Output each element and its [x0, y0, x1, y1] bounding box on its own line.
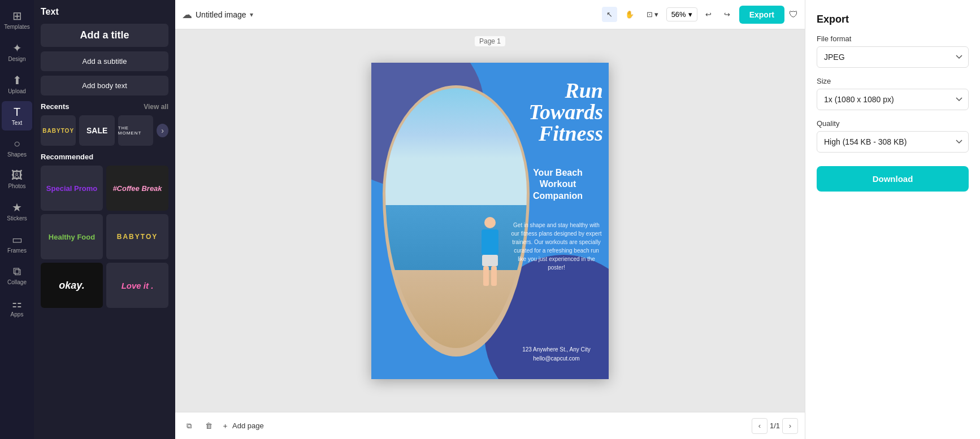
undo-icon: ↩	[705, 10, 712, 19]
bottom-toolbar: ⧉ 🗑 ＋ Add page ‹ 1/1 ›	[175, 412, 805, 439]
next-page-button[interactable]: ›	[782, 418, 798, 434]
download-button[interactable]: Download	[817, 166, 969, 192]
rec-healthy-food[interactable]: Healthy Food	[41, 214, 103, 259]
shield-icon: 🛡	[789, 10, 798, 20]
file-format-field: File format JPEG PNG PDF MP4 GIF	[817, 34, 969, 68]
zoom-dropdown-arrow: ▾	[688, 10, 692, 19]
canvas-document[interactable]: Run Towards Fitness Your BeachWorkoutCom…	[371, 63, 609, 379]
panel-title: Text	[41, 7, 168, 17]
export-panel: Export File format JPEG PNG PDF MP4 GIF …	[805, 0, 980, 439]
cursor-icon: ↖	[606, 10, 613, 19]
topbar-center: ↖ ✋ ⊡ ▾ 56% ▾ ↩ ↪	[602, 7, 735, 22]
add-title-button[interactable]: Add a title	[41, 24, 168, 47]
recent-moment[interactable]: THE MOMENT	[118, 115, 153, 146]
address-line: 123 Anywhere St., Any City	[510, 345, 603, 354]
canvas-workout-title: Your BeachWorkoutCompanion	[513, 167, 603, 202]
hand-tool-button[interactable]: ✋	[621, 7, 639, 22]
recents-more-button[interactable]: ›	[157, 124, 168, 137]
runner-leg-right	[491, 266, 497, 286]
hand-icon: ✋	[625, 10, 634, 19]
add-subtitle-button[interactable]: Add a subtitle	[41, 51, 168, 71]
add-body-button[interactable]: Add body text	[41, 76, 168, 95]
sidebar-item-frames[interactable]: ▭ Frames	[2, 228, 32, 258]
redo-icon: ↪	[724, 10, 730, 19]
title-towards: Towards	[515, 101, 603, 123]
rec-loveit[interactable]: Love it .	[106, 263, 168, 308]
delete-icon: 🗑	[205, 421, 213, 430]
runner-shorts	[482, 255, 498, 266]
text-icon: T	[14, 106, 20, 119]
recommended-header: Recommended	[41, 153, 168, 161]
recent-babytoy[interactable]: BABYTOY	[41, 115, 76, 146]
delete-page-button[interactable]: 🗑	[201, 418, 217, 433]
sidebar-icons: ⊞ Templates ✦ Design ⬆ Upload T Text ○ S…	[0, 0, 34, 439]
recommended-grid: Special Promo #Coffee Break Healthy Food…	[41, 166, 168, 308]
topbar-right: Export 🛡	[739, 6, 798, 24]
apps-icon: ⚏	[12, 297, 22, 310]
sidebar-item-collage[interactable]: ⧉ Collage	[2, 260, 32, 290]
sidebar-item-stickers[interactable]: ★ Stickers	[2, 196, 32, 226]
quality-field: Quality High (154 KB - 308 KB) Medium (7…	[817, 119, 969, 153]
design-icon: ✦	[12, 41, 22, 55]
view-all-link[interactable]: View all	[144, 103, 168, 111]
canvas-area[interactable]: Page 1 Run Towa	[175, 29, 805, 412]
rec-coffee-break[interactable]: #Coffee Break	[106, 166, 168, 211]
redo-button[interactable]: ↪	[719, 7, 735, 22]
export-title: Export	[817, 14, 969, 25]
quality-select[interactable]: High (154 KB - 308 KB) Medium (77 KB - 1…	[817, 131, 969, 153]
sidebar-item-text[interactable]: T Text	[2, 101, 32, 131]
photos-icon: 🖼	[11, 169, 23, 182]
crop-icon: ⊡	[647, 10, 653, 19]
sidebar-item-templates[interactable]: ⊞ Templates	[2, 5, 32, 34]
size-field: Size 1x (1080 x 1080 px) 2x (2160 x 2160…	[817, 77, 969, 110]
export-button[interactable]: Export	[739, 6, 784, 24]
shapes-icon: ○	[14, 137, 20, 150]
topbar-left: ☁ Untitled image ▾	[182, 8, 597, 21]
undo-button[interactable]: ↩	[701, 7, 716, 22]
rec-okay[interactable]: okay.	[41, 263, 103, 308]
runner-leg-left	[483, 266, 489, 286]
add-page-button[interactable]: ＋ Add page	[222, 421, 264, 431]
canvas-description: Get in shape and stay healthy with our f…	[510, 221, 603, 272]
page-indicator: 1/1	[770, 421, 780, 430]
sidebar-item-apps[interactable]: ⚏ Apps	[2, 292, 32, 322]
zoom-control[interactable]: 56% ▾	[666, 7, 697, 21]
title-fitness: Fitness	[515, 123, 603, 144]
recent-sale[interactable]: SALE	[79, 115, 114, 146]
runner-figure	[473, 217, 507, 290]
zoom-level: 56%	[671, 10, 686, 19]
file-format-select[interactable]: JPEG PNG PDF MP4 GIF	[817, 46, 969, 68]
title-run: Run	[515, 80, 603, 101]
sidebar-item-photos[interactable]: 🖼 Photos	[2, 164, 32, 194]
select-tool-button[interactable]: ↖	[602, 7, 617, 22]
rec-babytoy[interactable]: BABYTOY	[106, 214, 168, 259]
main-area: ☁ Untitled image ▾ ↖ ✋ ⊡ ▾ 56% ▾ ↩ ↪	[175, 0, 805, 439]
sidebar-item-upload[interactable]: ⬆ Upload	[2, 69, 32, 99]
stickers-icon: ★	[12, 201, 22, 214]
canvas-address: 123 Anywhere St., Any City hello@capcut.…	[510, 345, 603, 363]
sidebar-item-shapes[interactable]: ○ Shapes	[2, 133, 32, 162]
add-page-icon: ＋	[222, 421, 229, 431]
quality-label: Quality	[817, 119, 969, 128]
page-label: Page 1	[475, 36, 505, 46]
size-select[interactable]: 1x (1080 x 1080 px) 2x (2160 x 2160 px) …	[817, 89, 969, 110]
recents-header: Recents View all	[41, 102, 168, 111]
frames-icon: ▭	[12, 233, 23, 246]
canvas-title-area: Run Towards Fitness	[515, 80, 603, 144]
sidebar-item-design[interactable]: ✦ Design	[2, 37, 32, 67]
page-navigation: ‹ 1/1 ›	[752, 418, 798, 434]
templates-icon: ⊞	[12, 9, 22, 23]
file-name[interactable]: Untitled image	[196, 10, 246, 19]
copy-icon: ⧉	[187, 421, 192, 431]
rec-special-promo[interactable]: Special Promo	[41, 166, 103, 211]
size-label: Size	[817, 77, 969, 85]
upload-icon: ⬆	[12, 73, 22, 87]
crop-tool-button[interactable]: ⊡ ▾	[642, 7, 663, 22]
prev-page-button[interactable]: ‹	[752, 418, 767, 434]
crop-dropdown-arrow: ▾	[654, 10, 658, 19]
recents-row: BABYTOY SALE THE MOMENT ›	[41, 115, 168, 146]
topbar: ☁ Untitled image ▾ ↖ ✋ ⊡ ▾ 56% ▾ ↩ ↪	[175, 0, 805, 29]
filename-dropdown-button[interactable]: ▾	[250, 11, 253, 19]
copy-page-button[interactable]: ⧉	[182, 418, 196, 434]
runner-head	[484, 217, 496, 228]
